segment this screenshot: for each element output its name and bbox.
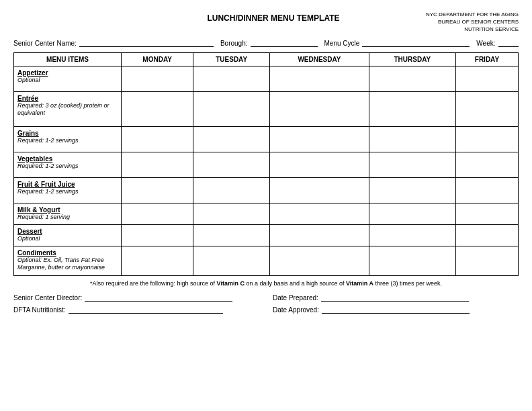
day-cell[interactable] bbox=[122, 177, 193, 203]
table-row: Fruit & Fruit JuiceRequired: 1-2 serving… bbox=[14, 177, 519, 203]
menu-item-desc: Required: 1 serving bbox=[17, 214, 118, 222]
day-cell[interactable] bbox=[455, 126, 518, 152]
date-approved-field: Date Approved: bbox=[273, 306, 519, 314]
day-cell[interactable] bbox=[122, 152, 193, 177]
menu-item-desc: Optional: Ex. Oil, Trans Fat Free Margar… bbox=[17, 257, 118, 272]
day-cell[interactable] bbox=[270, 91, 369, 126]
menu-item-desc: Optional bbox=[17, 77, 118, 85]
table-row: DessertOptional bbox=[14, 224, 519, 246]
borough-input[interactable] bbox=[251, 39, 318, 47]
header-friday: FRIDAY bbox=[455, 52, 518, 66]
menu-item-desc: Required: 1-2 servings bbox=[17, 137, 118, 145]
director-field: Senior Center Director: bbox=[13, 293, 259, 302]
footer-note: *Also required are the following: high s… bbox=[13, 280, 519, 287]
day-cell[interactable] bbox=[122, 224, 193, 246]
date-approved-input[interactable] bbox=[322, 306, 470, 314]
menu-item-name: Dessert bbox=[17, 228, 118, 235]
menu-item-desc: Required: 1-2 servings bbox=[17, 188, 118, 196]
day-cell[interactable] bbox=[455, 91, 518, 126]
menu-item-desc: Required: 1-2 servings bbox=[17, 163, 118, 171]
borough-field: Borough: bbox=[220, 39, 318, 47]
day-cell[interactable] bbox=[193, 203, 270, 224]
director-input[interactable] bbox=[85, 293, 232, 302]
top-form-row: Senior Center Name: Borough: Menu Cycle … bbox=[13, 39, 519, 47]
day-cell[interactable] bbox=[369, 66, 455, 91]
table-row: VegetablesRequired: 1-2 servings bbox=[14, 152, 519, 177]
day-cell[interactable] bbox=[193, 177, 270, 203]
day-cell[interactable] bbox=[270, 224, 369, 246]
menu-item-name: Appetizer bbox=[17, 69, 118, 77]
day-cell[interactable] bbox=[193, 246, 270, 275]
day-cell[interactable] bbox=[122, 203, 193, 224]
week-field: Week: bbox=[476, 39, 518, 47]
day-cell[interactable] bbox=[369, 152, 455, 177]
week-input[interactable] bbox=[498, 39, 519, 47]
day-cell[interactable] bbox=[369, 246, 455, 275]
day-cell[interactable] bbox=[455, 66, 518, 91]
menu-item-name: Condiments bbox=[17, 249, 118, 257]
menu-item-name: Milk & Yogurt bbox=[17, 206, 118, 214]
day-cell[interactable] bbox=[369, 224, 455, 246]
day-cell[interactable] bbox=[122, 91, 193, 126]
day-cell[interactable] bbox=[270, 66, 369, 91]
day-cell[interactable] bbox=[369, 177, 455, 203]
date-prepared-input[interactable] bbox=[321, 293, 469, 302]
page-title: LUNCH/DINNER MENU TEMPLATE bbox=[121, 11, 426, 23]
table-row: EntréeRequired: 3 oz (cooked) protein or… bbox=[14, 91, 519, 126]
day-cell[interactable] bbox=[193, 66, 270, 91]
day-cell[interactable] bbox=[270, 246, 369, 275]
header-menu-items: MENU ITEMS bbox=[14, 52, 122, 66]
table-row: CondimentsOptional: Ex. Oil, Trans Fat F… bbox=[14, 246, 519, 275]
dfta-input[interactable] bbox=[69, 306, 223, 314]
day-cell[interactable] bbox=[122, 246, 193, 275]
day-cell[interactable] bbox=[193, 224, 270, 246]
day-cell[interactable] bbox=[455, 203, 518, 224]
header-thursday: THURSDAY bbox=[369, 52, 455, 66]
table-row: AppetizerOptional bbox=[14, 66, 519, 91]
day-cell[interactable] bbox=[270, 177, 369, 203]
menu-cycle-field: Menu Cycle bbox=[324, 39, 470, 47]
menu-item-desc: Required: 3 oz (cooked) protein or equiv… bbox=[17, 102, 118, 118]
senior-center-field: Senior Center Name: bbox=[13, 39, 214, 47]
day-cell[interactable] bbox=[369, 91, 455, 126]
day-cell[interactable] bbox=[270, 152, 369, 177]
day-cell[interactable] bbox=[193, 91, 270, 126]
senior-center-input[interactable] bbox=[79, 39, 214, 47]
table-row: GrainsRequired: 1-2 servings bbox=[14, 126, 519, 152]
day-cell[interactable] bbox=[455, 177, 518, 203]
table-row: Milk & YogurtRequired: 1 serving bbox=[14, 203, 519, 224]
dfta-field: DFTA Nutritionist: bbox=[13, 306, 259, 314]
day-cell[interactable] bbox=[193, 126, 270, 152]
nyc-info: NYC DEPARTMENT FOR THE AGING BUREAU OF S… bbox=[426, 11, 519, 34]
day-cell[interactable] bbox=[455, 246, 518, 275]
header-monday: MONDAY bbox=[122, 52, 193, 66]
day-cell[interactable] bbox=[455, 224, 518, 246]
menu-item-name: Grains bbox=[17, 130, 118, 137]
day-cell[interactable] bbox=[270, 126, 369, 152]
bottom-form: Senior Center Director: DFTA Nutritionis… bbox=[13, 293, 519, 314]
menu-cycle-input[interactable] bbox=[362, 39, 470, 47]
day-cell[interactable] bbox=[193, 152, 270, 177]
menu-item-desc: Optional bbox=[17, 235, 118, 243]
header-wednesday: WEDNESDAY bbox=[270, 52, 369, 66]
day-cell[interactable] bbox=[455, 152, 518, 177]
day-cell[interactable] bbox=[369, 126, 455, 152]
menu-item-name: Vegetables bbox=[17, 155, 118, 163]
date-prepared-field: Date Prepared: bbox=[273, 293, 519, 302]
day-cell[interactable] bbox=[122, 66, 193, 91]
menu-table: MENU ITEMS MONDAY TUESDAY WEDNESDAY THUR… bbox=[13, 52, 519, 276]
menu-item-name: Fruit & Fruit Juice bbox=[17, 181, 118, 188]
day-cell[interactable] bbox=[270, 203, 369, 224]
menu-item-name: Entrée bbox=[17, 95, 118, 102]
day-cell[interactable] bbox=[369, 203, 455, 224]
header-tuesday: TUESDAY bbox=[193, 52, 270, 66]
day-cell[interactable] bbox=[122, 126, 193, 152]
